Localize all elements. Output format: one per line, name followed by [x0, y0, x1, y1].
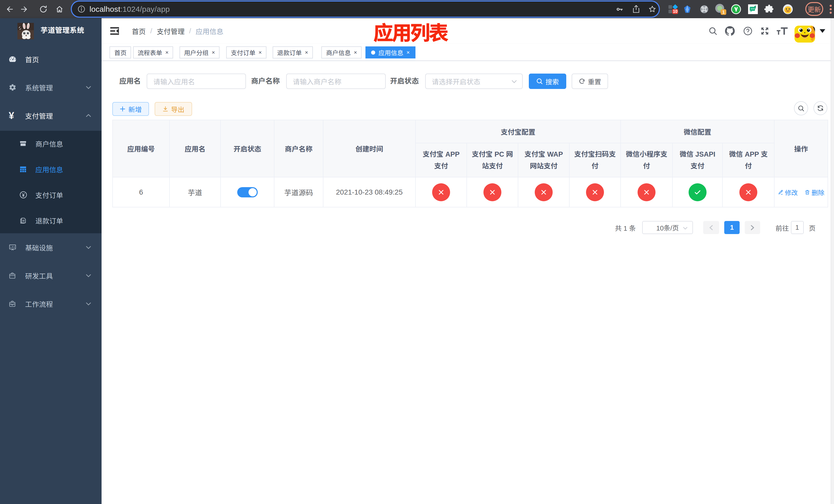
- svg-text:1: 1: [722, 9, 725, 15]
- svg-text:10: 10: [673, 9, 678, 14]
